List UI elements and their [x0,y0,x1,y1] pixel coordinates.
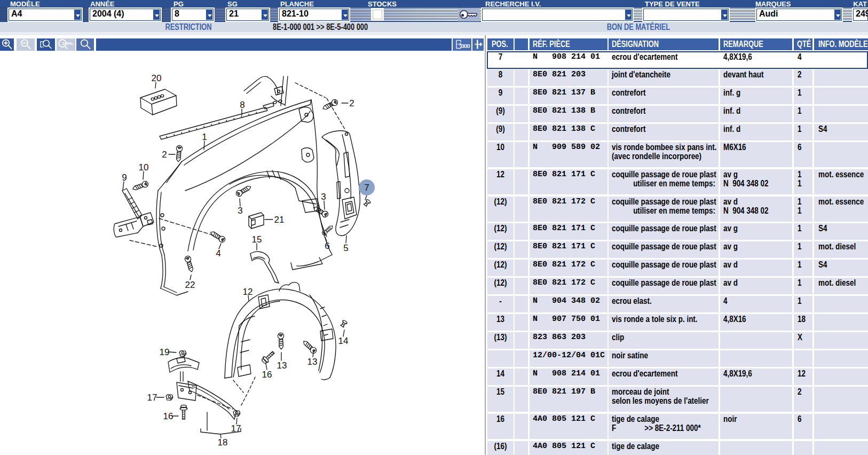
svg-text:1: 1 [202,132,207,142]
svg-text:17: 17 [147,393,157,403]
svg-text:15: 15 [252,234,262,245]
svg-text:16: 16 [163,411,173,421]
svg-text:13: 13 [277,360,287,371]
svg-text:3: 3 [321,192,326,202]
svg-text:21: 21 [274,215,285,225]
svg-text:13: 13 [307,357,318,367]
svg-text:6: 6 [325,241,329,251]
svg-text:14: 14 [338,336,349,346]
svg-text:20: 20 [152,73,162,83]
svg-text:16: 16 [262,370,272,380]
svg-text:9: 9 [122,172,127,183]
svg-text:7: 7 [364,183,369,193]
svg-text:2: 2 [162,150,167,160]
svg-text:10: 10 [139,162,149,172]
svg-text:3: 3 [238,206,242,216]
svg-text:17: 17 [231,423,241,434]
svg-text:5: 5 [343,243,348,253]
svg-text:18: 18 [218,437,228,448]
svg-text:2: 2 [349,98,354,108]
svg-text:8: 8 [240,100,244,110]
svg-text:12: 12 [243,287,253,297]
svg-text:4: 4 [216,248,220,258]
svg-text:19: 19 [160,347,170,357]
svg-text:22: 22 [185,280,195,290]
